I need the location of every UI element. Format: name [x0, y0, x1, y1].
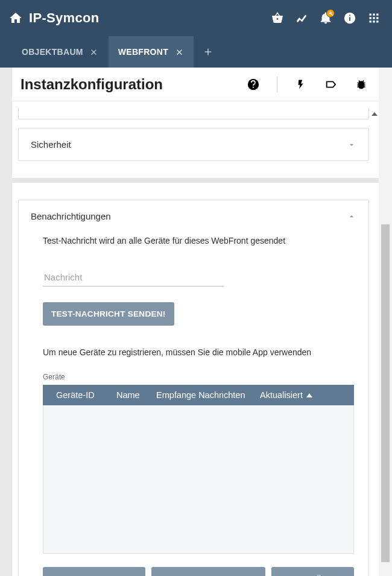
svg-rect-11: [376, 21, 378, 22]
col-updated[interactable]: Aktualisiert: [260, 390, 312, 400]
register-hint: Um neue Geräte zu registrieren, müssen S…: [43, 347, 354, 357]
notifications-header[interactable]: Benachrichtigungen: [19, 200, 368, 232]
svg-rect-8: [376, 17, 378, 19]
tag-icon[interactable]: [324, 78, 338, 91]
scroll-up-indicator[interactable]: [371, 112, 378, 116]
devices-label: Geräte: [43, 373, 354, 381]
sort-asc-icon: [306, 393, 312, 397]
app-name: IP-Symcon: [29, 10, 99, 26]
main-panel: Instanzkonfiguration Sicherheit: [12, 68, 380, 576]
notifications-description: Test-Nachricht wird an alle Geräte für d…: [43, 236, 354, 245]
svg-rect-6: [370, 17, 371, 19]
security-title: Sicherheit: [31, 139, 71, 150]
svg-rect-2: [349, 15, 350, 16]
page-title: Instanzkonfiguration: [21, 76, 247, 93]
home-icon[interactable]: [8, 11, 23, 25]
bolt-icon[interactable]: [294, 78, 308, 91]
tab-objektbaum[interactable]: OBJEKTBAUM: [12, 36, 109, 68]
panel-header: Instanzkonfiguration: [12, 68, 380, 101]
delete-device-button[interactable]: GERÄT LÖSCHEN: [271, 567, 354, 576]
wrench-badge-icon: [326, 9, 335, 17]
chart-icon[interactable]: [294, 11, 309, 25]
device-actions: EMPFANG AKTIVIEREN EMPFANG DEAKTIVIEREN …: [43, 567, 354, 576]
app-title-group: IP-Symcon: [8, 10, 99, 26]
svg-rect-1: [349, 17, 350, 21]
add-tab-button[interactable]: [194, 36, 223, 68]
app-header: IP-Symcon: [0, 0, 392, 36]
security-card: Sicherheit: [18, 128, 369, 161]
message-input-wrap: [43, 268, 354, 286]
chevron-up-icon: [347, 212, 356, 221]
tab-label: WEBFRONT: [118, 47, 168, 57]
devices-table-body: [43, 405, 354, 554]
col-receive[interactable]: Empfange Nachrichten: [156, 390, 260, 400]
col-name[interactable]: Name: [116, 390, 156, 400]
send-test-button[interactable]: TEST-NACHRICHT SENDEN!: [43, 302, 174, 326]
security-header[interactable]: Sicherheit: [19, 128, 368, 160]
svg-rect-4: [373, 14, 375, 16]
tab-label: OBJEKTBAUM: [22, 47, 83, 57]
close-icon[interactable]: [174, 47, 184, 57]
notifications-title: Benachrichtigungen: [31, 211, 111, 221]
debug-icon[interactable]: [355, 78, 368, 91]
page-scrollbar-thumb[interactable]: [381, 224, 390, 562]
svg-rect-10: [373, 21, 375, 22]
page-scrollbar-track[interactable]: [379, 68, 392, 576]
collapsed-card-top: [18, 107, 369, 119]
svg-rect-9: [370, 21, 371, 22]
svg-rect-3: [370, 14, 371, 16]
close-icon[interactable]: [89, 47, 99, 57]
notifications-body: Test-Nachricht wird an alle Geräte für d…: [19, 232, 368, 576]
col-updated-label: Aktualisiert: [260, 390, 303, 400]
apps-grid-icon[interactable]: [367, 11, 381, 25]
section-divider: [12, 178, 380, 183]
notifications-card: Benachrichtigungen Test-Nachricht wird a…: [18, 200, 369, 576]
separator: [277, 77, 277, 92]
help-icon[interactable]: [247, 78, 260, 91]
basket-icon[interactable]: [270, 11, 285, 25]
bell-icon[interactable]: [318, 11, 333, 25]
panel-actions: [247, 77, 368, 92]
deactivate-receive-button[interactable]: EMPFANG DEAKTIVIEREN: [151, 567, 265, 576]
info-icon[interactable]: [343, 11, 357, 25]
message-input[interactable]: [43, 268, 224, 286]
svg-rect-5: [376, 14, 378, 16]
tab-bar: OBJEKTBAUM WEBFRONT: [0, 36, 392, 68]
activate-receive-button[interactable]: EMPFANG AKTIVIEREN: [43, 567, 145, 576]
svg-rect-7: [373, 17, 375, 19]
chevron-down-icon: [347, 140, 356, 150]
header-toolbar: [270, 11, 381, 25]
scroll-area: Sicherheit Benachrichtigungen Test-Nachr…: [12, 101, 380, 576]
devices-table-header: Geräte-ID Name Empfange Nachrichten Aktu…: [43, 385, 354, 405]
tab-webfront[interactable]: WEBFRONT: [109, 36, 194, 68]
col-device-id[interactable]: Geräte-ID: [56, 390, 116, 400]
